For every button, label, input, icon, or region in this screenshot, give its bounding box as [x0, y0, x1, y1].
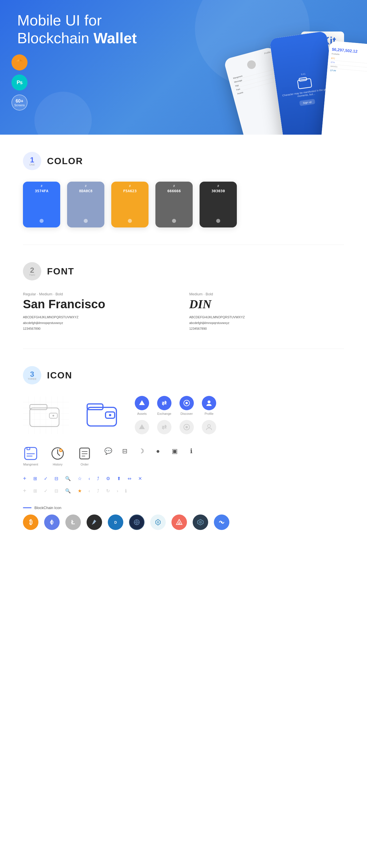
- info-icon-gray: ℹ: [125, 488, 127, 494]
- phone-mockups: Profile Mangment Message Nigi Fast Asset…: [238, 34, 367, 135]
- font-din: Medium · Bold DIN ABCDEFGHIJKLMNOPQRSTUV…: [189, 292, 344, 332]
- din-name: DIN: [189, 297, 344, 311]
- section-number-three: 3 THREE: [23, 366, 41, 384]
- upload-icon: ⬆: [117, 476, 121, 481]
- gear-icon: ⚙: [106, 476, 110, 481]
- svg-marker-26: [139, 400, 145, 405]
- share-icon: ⤴: [97, 476, 99, 481]
- svg-marker-64: [199, 521, 202, 524]
- misc-icons-row1: 💬 ⊟ ☽ ● ▣ ℹ: [104, 447, 196, 456]
- font-section: 2 TWO FONT Regular · Medium · Bold San F…: [0, 245, 367, 349]
- chevron-right-icon-gray: ›: [117, 489, 118, 494]
- close-icon: ✕: [138, 476, 142, 481]
- svg-point-32: [186, 426, 188, 428]
- dash-icon: D: [108, 515, 123, 530]
- ltc-icon: Ł: [65, 515, 81, 530]
- svg-rect-4: [298, 79, 312, 89]
- circle-icon: ●: [154, 447, 162, 456]
- layers-icon: ⊟: [120, 447, 129, 456]
- blockchain-text: BlockChain Icon: [34, 506, 61, 510]
- section-number-two: 2 TWO: [23, 262, 41, 280]
- icon-section-header: 3 THREE ICON: [23, 366, 344, 384]
- exchange-icon-item: Exchange: [157, 396, 171, 415]
- discover-icon-gray: [179, 420, 194, 434]
- color-section-header: 1 ONE COLOR: [23, 152, 344, 170]
- din-numbers: 1234567890: [189, 326, 344, 332]
- star-icon: ☆: [78, 476, 82, 481]
- resize-icon: ⇔: [128, 476, 131, 481]
- plus-icon-gray: +: [23, 488, 26, 494]
- color-section: 1 ONE COLOR # 3574FA # 8DA0C8 # F5A623 #…: [0, 135, 367, 245]
- sketch-icon: [11, 55, 28, 70]
- svg-point-25: [109, 414, 111, 416]
- sf-uppercase: ABCDEFGHIJKLMNOPQRSTUVWXYZ: [23, 314, 178, 320]
- ark-icon: [171, 515, 187, 530]
- check-icon-gray: ✓: [44, 488, 48, 494]
- info-icon: ℹ: [187, 447, 196, 456]
- wallet-icon-blue: [86, 402, 117, 429]
- discover-label: Discover: [181, 412, 193, 415]
- order-label: Order: [81, 463, 89, 466]
- misc-icons-group: 💬 ⊟ ☽ ● ▣ ℹ: [104, 446, 196, 456]
- svg-point-29: [207, 401, 210, 403]
- sf-numbers: 1234567890: [23, 326, 178, 332]
- sf-style-label: Regular · Medium · Bold: [23, 292, 178, 296]
- color-swatch-gray: # 666666: [156, 182, 193, 227]
- font-section-title: FONT: [47, 266, 74, 277]
- chevron-left-icon-gray: ‹: [89, 489, 90, 494]
- bottom-nav-row: Mangment History Order: [23, 446, 344, 466]
- color-section-title: COLOR: [47, 156, 83, 166]
- svg-text:D: D: [114, 521, 117, 525]
- qr-icon: ⊟: [55, 476, 58, 481]
- utility-icons-row: + ⊞ ✓ ⊟ 🔍 ☆ ‹ ⤴ ⚙ ⬆ ⇔ ✕: [23, 475, 344, 482]
- screens-count-badge: 60+ Screens: [11, 95, 28, 111]
- hero-tool-icons: Ps 60+ Screens: [11, 55, 28, 111]
- profile-icon-gray: [202, 420, 216, 434]
- zen-icon: [129, 515, 144, 530]
- svg-rect-18: [30, 408, 59, 427]
- profile-label: Profile: [204, 412, 213, 415]
- bubble-icon: ▣: [170, 447, 179, 456]
- assets-icon-item: Assets: [135, 396, 149, 415]
- color-swatches-container: # 3574FA # 8DA0C8 # F5A623 # 666666 # 30…: [23, 182, 344, 227]
- din-lowercase: abcdefghijklmnopqrstuvwxyz: [189, 320, 344, 326]
- svg-rect-35: [27, 447, 30, 450]
- svg-rect-19: [30, 404, 47, 410]
- icon-section-title: ICON: [47, 370, 72, 381]
- assets-label: Assets: [137, 412, 146, 415]
- btc-icon: ₿: [23, 515, 38, 530]
- utility-icons-row-gray: + ⊞ ✓ ⊟ 🔍 ★ ‹ ⤴ ↻ › ℹ: [23, 488, 344, 494]
- nav-icons-group: Assets Exchange: [135, 396, 216, 434]
- share-icon-gray: ⤴: [97, 489, 99, 494]
- hero-section: Mobile UI for Blockchain Wallet UI Kit P…: [0, 0, 367, 135]
- wallet-icon-row: Assets Exchange: [23, 396, 344, 434]
- order-icon-item: Order: [77, 446, 92, 466]
- check-icon: ✓: [44, 476, 48, 481]
- section-number-one: 1 ONE: [23, 152, 41, 170]
- font-san-francisco: Regular · Medium · Bold San Francisco AB…: [23, 292, 178, 332]
- refresh-icon-gray: ↻: [106, 488, 110, 494]
- qr-icon-gray: ⊟: [55, 488, 58, 494]
- svg-point-28: [186, 402, 188, 404]
- profile-icon-item: Profile: [202, 396, 216, 415]
- color-swatch-dark: # 303030: [200, 182, 237, 227]
- svg-point-33: [207, 425, 210, 427]
- history-label: History: [53, 463, 62, 466]
- font-section-header: 2 TWO FONT: [23, 262, 344, 280]
- svg-marker-60: [157, 521, 159, 524]
- management-icon-item: Mangment: [23, 446, 38, 466]
- band-icon: [214, 515, 229, 530]
- search-icon: 🔍: [65, 476, 71, 481]
- moon-icon: ☽: [137, 447, 146, 456]
- exchange-label: Exchange: [158, 412, 171, 415]
- eth-icon: [44, 515, 60, 530]
- sf-name: San Francisco: [23, 297, 178, 311]
- exchange-icon-gray: [157, 420, 171, 434]
- din-uppercase: ABCDEFGHIJKLMNOPQRSTUVWXYZ: [189, 314, 344, 320]
- font-grid: Regular · Medium · Bold San Francisco AB…: [23, 292, 344, 332]
- search-icon-gray: 🔍: [65, 488, 71, 494]
- blockchain-line: [23, 507, 32, 508]
- assets-icon-gray: [135, 420, 149, 434]
- icon-section: 3 THREE ICON: [0, 349, 367, 547]
- plus-icon: +: [23, 475, 26, 482]
